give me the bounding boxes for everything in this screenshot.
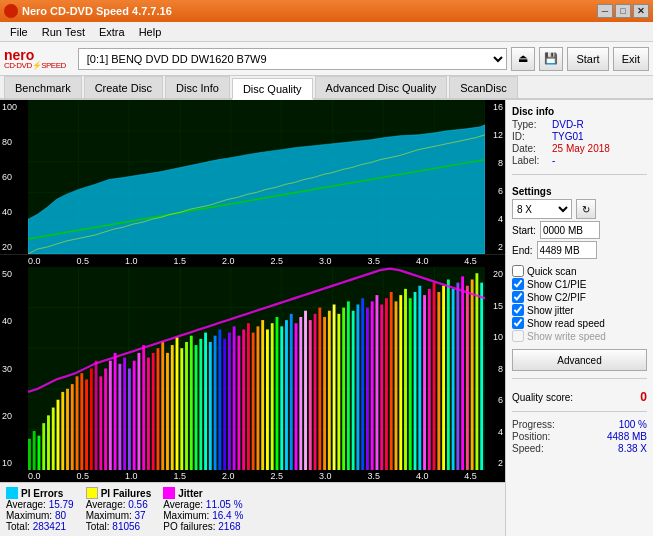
minimize-button[interactable]: ─ (597, 4, 613, 18)
svg-rect-79 (266, 329, 269, 470)
svg-rect-59 (171, 345, 174, 470)
svg-rect-122 (471, 279, 474, 470)
app-icon (4, 4, 18, 18)
quick-scan-checkbox[interactable] (512, 265, 524, 277)
svg-rect-63 (190, 336, 193, 470)
svg-rect-83 (285, 320, 288, 470)
tab-disc-quality[interactable]: Disc Quality (232, 78, 313, 100)
pi-errors-dot (6, 487, 18, 499)
svg-rect-74 (242, 329, 245, 470)
show-write-speed-checkbox[interactable] (512, 330, 524, 342)
svg-rect-89 (314, 314, 317, 470)
tab-benchmark[interactable]: Benchmark (4, 76, 82, 98)
jitter-dot (163, 487, 175, 499)
show-c1-pie-checkbox[interactable] (512, 278, 524, 290)
window-controls[interactable]: ─ □ ✕ (597, 4, 649, 18)
maximize-button[interactable]: □ (615, 4, 631, 18)
exit-button[interactable]: Exit (613, 47, 649, 71)
menu-bar: File Run Test Extra Help (0, 22, 653, 42)
tab-bar: Benchmark Create Disc Disc Info Disc Qua… (0, 76, 653, 100)
start-mb-input[interactable] (540, 221, 600, 239)
svg-rect-90 (318, 308, 321, 470)
tab-create-disc[interactable]: Create Disc (84, 76, 163, 98)
svg-rect-121 (466, 286, 469, 470)
svg-rect-124 (480, 283, 483, 470)
svg-rect-113 (428, 289, 431, 470)
tab-scan-disc[interactable]: ScanDisc (449, 76, 517, 98)
legend-pi-errors: PI Errors Average: 15.79 Maximum: 80 Tot… (6, 487, 74, 532)
svg-rect-49 (123, 358, 126, 470)
svg-rect-40 (80, 373, 83, 470)
y-label-bottom-50: 50 (2, 269, 26, 279)
svg-rect-52 (137, 353, 140, 470)
svg-rect-88 (309, 320, 312, 470)
right-panel: Disc info Type: DVD-R ID: TYG01 Date: 25… (505, 100, 653, 536)
svg-rect-73 (237, 336, 240, 470)
svg-rect-44 (99, 376, 102, 470)
refresh-button[interactable]: ↻ (576, 199, 596, 219)
svg-rect-85 (295, 323, 298, 470)
title-bar: Nero CD-DVD Speed 4.7.7.16 ─ □ ✕ (0, 0, 653, 22)
nero-logo: nero CD·DVD⚡SPEED (4, 48, 66, 70)
speed-select[interactable]: 8 X (512, 199, 572, 219)
svg-rect-120 (461, 276, 464, 470)
svg-rect-56 (157, 348, 160, 470)
y-label-top-60: 60 (2, 172, 26, 182)
svg-rect-68 (214, 336, 217, 470)
svg-rect-66 (204, 333, 207, 470)
svg-rect-29 (28, 439, 31, 470)
advanced-button[interactable]: Advanced (512, 349, 647, 371)
checkboxes-section: Quick scan Show C1/PIE Show C2/PIF Show … (512, 265, 647, 343)
svg-rect-41 (85, 379, 88, 470)
menu-extra[interactable]: Extra (93, 24, 131, 40)
bottom-chart (28, 267, 485, 470)
show-c2-pif-checkbox[interactable] (512, 291, 524, 303)
svg-rect-99 (361, 298, 364, 470)
drive-select[interactable]: [0:1] BENQ DVD DD DW1620 B7W9 (78, 48, 508, 70)
end-mb-input[interactable] (537, 241, 597, 259)
svg-rect-34 (52, 408, 55, 470)
svg-rect-47 (114, 353, 117, 470)
y-right-top-2: 2 (487, 242, 503, 252)
svg-rect-67 (209, 342, 212, 470)
tab-advanced-disc-quality[interactable]: Advanced Disc Quality (315, 76, 448, 98)
svg-rect-87 (304, 311, 307, 470)
svg-rect-55 (152, 353, 155, 470)
svg-rect-30 (33, 431, 36, 470)
svg-rect-102 (376, 295, 379, 470)
menu-run-test[interactable]: Run Test (36, 24, 91, 40)
y-label-top-40: 40 (2, 207, 26, 217)
svg-rect-69 (218, 329, 221, 470)
save-button[interactable]: 💾 (539, 47, 563, 71)
show-jitter-checkbox[interactable] (512, 304, 524, 316)
menu-file[interactable]: File (4, 24, 34, 40)
svg-rect-98 (356, 304, 359, 470)
close-button[interactable]: ✕ (633, 4, 649, 18)
svg-rect-119 (456, 283, 459, 470)
y-label-bottom-20: 20 (2, 411, 26, 421)
svg-rect-114 (433, 283, 436, 470)
y-label-top-20: 20 (2, 242, 26, 252)
quality-score-row: Quality score: 0 (512, 390, 647, 404)
svg-rect-76 (252, 333, 255, 470)
legend-pi-failures: PI Failures Average: 0.56 Maximum: 37 To… (86, 487, 152, 532)
svg-rect-65 (199, 339, 202, 470)
y-right-top-6: 6 (487, 186, 503, 196)
svg-rect-58 (166, 353, 169, 470)
svg-rect-116 (442, 286, 445, 470)
eject-button[interactable]: ⏏ (511, 47, 535, 71)
svg-rect-54 (147, 358, 150, 470)
show-read-speed-checkbox[interactable] (512, 317, 524, 329)
svg-rect-95 (342, 308, 345, 470)
svg-rect-86 (299, 317, 302, 470)
menu-help[interactable]: Help (133, 24, 168, 40)
start-button[interactable]: Start (567, 47, 608, 71)
svg-rect-75 (247, 323, 250, 470)
svg-rect-100 (366, 308, 369, 470)
svg-rect-71 (228, 333, 231, 470)
y-label-top-100: 100 (2, 102, 26, 112)
svg-rect-112 (423, 295, 426, 470)
svg-rect-96 (347, 301, 350, 470)
tab-disc-info[interactable]: Disc Info (165, 76, 230, 98)
svg-rect-45 (104, 369, 107, 471)
